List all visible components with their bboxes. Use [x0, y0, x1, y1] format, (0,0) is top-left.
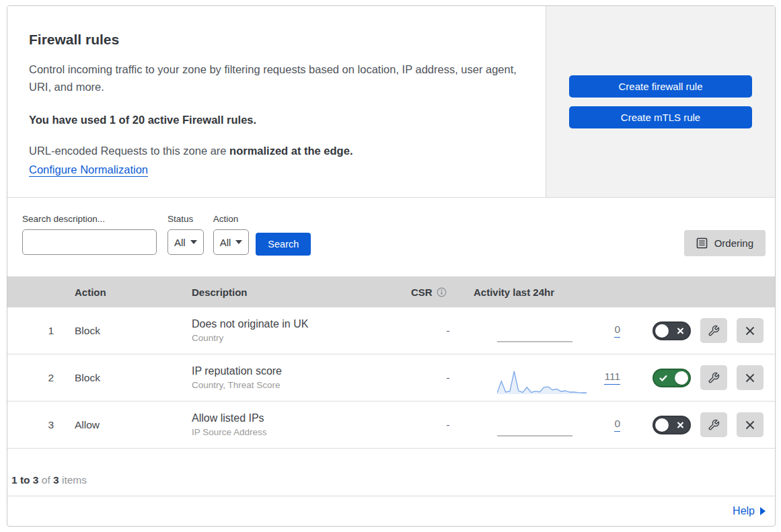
delete-rule-button[interactable]	[737, 318, 764, 343]
help-caret-icon	[760, 507, 766, 515]
action-select[interactable]: All	[213, 229, 250, 255]
page-description: Control incoming traffic to your zone by…	[29, 61, 519, 96]
header-action-column: Action	[71, 287, 189, 298]
status-label: Status	[168, 214, 204, 224]
activity-count-link[interactable]: 0	[614, 324, 620, 338]
table-row: 3 Allow Allow listed IPs IP Source Addre…	[7, 402, 775, 449]
search-button[interactable]: Search	[256, 233, 311, 256]
filter-bar: Search description... Status All Action …	[7, 198, 775, 276]
edit-rule-button[interactable]	[700, 365, 727, 390]
rule-description-cell: Allow listed IPs IP Source Address	[189, 412, 404, 437]
wrench-icon	[708, 325, 720, 337]
status-filter-group: Status All	[168, 214, 204, 255]
table-row: 2 Block IP reputation score Country, Thr…	[7, 354, 775, 402]
table-row: 1 Block Does not originate in UK Country…	[7, 307, 775, 354]
of-label: of	[42, 474, 50, 486]
rule-action: Block	[71, 325, 189, 337]
wrench-icon	[708, 372, 720, 384]
status-select[interactable]: All	[168, 229, 204, 255]
rule-controls	[636, 365, 775, 390]
ordering-button-label: Ordering	[714, 237, 753, 249]
rule-fields: Country	[192, 333, 404, 343]
rule-controls	[636, 412, 775, 437]
items-label: items	[62, 474, 87, 486]
search-input[interactable]	[35, 232, 169, 252]
normalization-text: URL-encoded Requests to this zone are	[29, 145, 229, 157]
toggle-check-icon	[659, 375, 667, 381]
edit-rule-button[interactable]	[700, 318, 727, 343]
activity-sparkline	[497, 368, 587, 395]
close-icon	[745, 373, 755, 383]
csr-header-label: CSR	[411, 287, 433, 298]
rule-enabled-toggle[interactable]	[653, 321, 691, 340]
configure-normalization-link[interactable]: Configure Normalization	[29, 163, 148, 176]
edit-rule-button[interactable]	[700, 412, 727, 437]
rule-activity-cell: 0	[472, 324, 636, 338]
rule-fields: IP Source Address	[192, 427, 404, 437]
rule-activity-cell: 0	[472, 418, 636, 432]
items-total: 3	[53, 474, 59, 486]
wrench-icon	[708, 419, 720, 431]
header-section: Firewall rules Control incoming traffic …	[7, 6, 775, 198]
toggle-x-icon	[677, 327, 684, 334]
action-label: Action	[213, 214, 250, 224]
create-firewall-rule-button[interactable]: Create firewall rule	[569, 75, 752, 98]
rule-description-cell: Does not originate in UK Country	[189, 318, 404, 343]
toggle-knob	[655, 324, 669, 338]
actions-panel: Create firewall rule Create mTLS rule	[546, 6, 775, 197]
search-label: Search description...	[22, 214, 157, 224]
table-footer: 1 to 3 of 3 items	[7, 449, 775, 496]
page-title: Firewall rules	[29, 32, 519, 48]
delete-rule-button[interactable]	[737, 365, 764, 390]
help-link-label: Help	[733, 505, 755, 517]
delete-rule-button[interactable]	[737, 412, 764, 437]
rule-description: Does not originate in UK	[192, 318, 404, 330]
search-field[interactable]	[22, 229, 157, 255]
create-mtls-rule-button[interactable]: Create mTLS rule	[569, 106, 752, 128]
chevron-down-icon	[235, 240, 242, 244]
rule-activity-cell: 111	[472, 365, 636, 391]
close-icon	[745, 326, 755, 336]
activity-count-link[interactable]: 111	[604, 371, 620, 385]
usage-statement: You have used 1 of 20 active Firewall ru…	[29, 114, 519, 126]
rule-priority: 1	[7, 325, 71, 337]
normalization-statement: URL-encoded Requests to this zone are no…	[29, 145, 519, 157]
rule-csr-value: -	[404, 325, 472, 336]
activity-sparkline-flat	[497, 435, 572, 436]
rule-description-cell: IP reputation score Country, Threat Scor…	[189, 365, 404, 390]
rule-enabled-toggle[interactable]	[653, 369, 691, 387]
info-icon[interactable]	[437, 287, 447, 297]
table-header: Action Description CSR Activity last 24h…	[7, 276, 775, 307]
items-range: 1 to 3	[11, 474, 38, 486]
rule-csr-value: -	[404, 372, 472, 383]
search-group: Search description...	[22, 214, 157, 255]
rule-action: Allow	[71, 419, 189, 431]
rule-priority: 3	[7, 419, 71, 431]
rule-priority: 2	[7, 372, 71, 384]
header-csr-column: CSR	[404, 287, 472, 298]
toggle-x-icon	[677, 421, 684, 428]
rule-description: IP reputation score	[192, 365, 404, 377]
firewall-rules-card: Firewall rules Control incoming traffic …	[7, 5, 776, 527]
toggle-knob	[655, 418, 669, 432]
action-filter-group: Action All	[213, 214, 250, 255]
rule-controls	[636, 318, 775, 343]
header-description-column: Description	[189, 287, 404, 298]
help-link[interactable]: Help	[733, 505, 766, 517]
status-select-value: All	[174, 237, 186, 248]
close-icon	[745, 420, 755, 430]
ordering-button[interactable]: Ordering	[684, 230, 766, 256]
rule-enabled-toggle[interactable]	[653, 416, 691, 434]
header-activity-column: Activity last 24hr	[472, 287, 636, 298]
rule-action: Block	[71, 372, 189, 384]
rule-fields: Country, Threat Score	[192, 380, 404, 390]
help-row: Help	[7, 496, 775, 526]
rule-csr-value: -	[404, 419, 472, 430]
activity-count-link[interactable]: 0	[614, 418, 620, 432]
chevron-down-icon	[190, 240, 197, 244]
toggle-knob	[675, 371, 688, 385]
action-select-value: All	[220, 237, 231, 248]
intro-panel: Firewall rules Control incoming traffic …	[7, 6, 546, 197]
ordering-icon	[696, 237, 708, 249]
normalization-bold-text: normalized at the edge.	[229, 145, 352, 157]
